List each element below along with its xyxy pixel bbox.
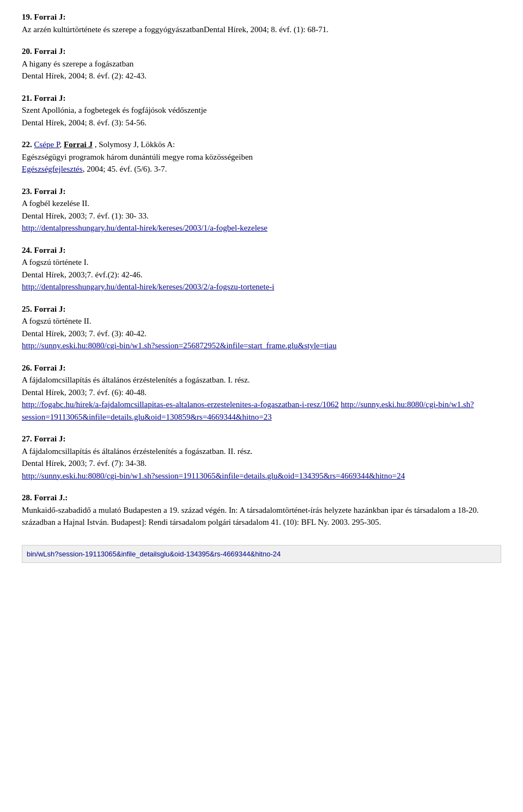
entry-22-comma: , <box>60 140 64 149</box>
entry-24-header: 24. Forrai J: <box>22 244 501 257</box>
entry-20-header: 20. Forrai J: <box>22 45 501 58</box>
entry-25-url[interactable]: http://sunny.eski.hu:8080/cgi-bin/w1.sh?… <box>22 341 337 350</box>
entry-19-label-text: Forrai J: <box>34 13 66 21</box>
entry-27-label-text: Forrai J: <box>34 434 66 443</box>
entry-21-number: 21. <box>22 94 32 102</box>
entry-25-text: A fogszú története II. <box>22 315 501 328</box>
entry-22-journal: Egészségfejlesztés, 2004; 45. évf. (5/6)… <box>22 163 501 175</box>
entry-23-url[interactable]: http://dentalpresshungary.hu/dental-hire… <box>22 223 267 232</box>
entry-22-title: Egészségügyi programok három dunántúli m… <box>22 151 501 163</box>
entry-26-url1[interactable]: http://fogabc.hu/hirek/a-fajdalomcsillap… <box>22 400 339 409</box>
entry-21-text: Szent Apollónia, a fogbetegek és fogfájó… <box>22 104 501 117</box>
entry-20-text2: Dental Hírek, 2004; 8. évf. (2): 42-43. <box>22 70 501 82</box>
entry-24-url[interactable]: http://dentalpresshungary.hu/dental-hire… <box>22 282 274 291</box>
entry-22-author-bold: Forrai J <box>64 140 93 149</box>
entry-24-number: 24. <box>22 246 32 254</box>
entry-24-label-text: Forrai J: <box>34 246 66 254</box>
entry-20-text: A higany és szerepe a fogászatban <box>22 58 501 70</box>
entry-22-header: 22. Csépe P, Forrai J , Solymosy J, Lökk… <box>22 138 501 151</box>
entry-26: 26. Forrai J: A fájdalomcsillapítás és á… <box>22 362 501 423</box>
entry-22-authors: Csépe P, Forrai J , Solymosy J, Lökkös A… <box>34 140 175 149</box>
entry-19-number: 19. <box>22 13 32 21</box>
entry-25-link[interactable]: http://sunny.eski.hu:8080/cgi-bin/w1.sh?… <box>22 340 501 352</box>
entry-27-number: 27. <box>22 434 32 443</box>
entry-22-rest-authors: , Solymosy J, Lökkös A: <box>93 140 175 149</box>
entry-22-number: 22. <box>22 140 32 149</box>
entry-28: 28. Forrai J.: Munkaidő-szabadidő a mula… <box>22 492 501 529</box>
entry-22-journal-rest: , 2004; 45. évf. (5/6). 3-7. <box>83 165 167 173</box>
entry-23: 23. Forrai J: A fogbél kezelése II. Dent… <box>22 185 501 234</box>
entry-23-label-text: Forrai J: <box>34 187 66 196</box>
entry-23-link[interactable]: http://dentalpresshungary.hu/dental-hire… <box>22 222 501 234</box>
entry-26-text: A fájdalomcsillapítás és általános érzés… <box>22 374 501 386</box>
entry-26-text2: Dental Hírek, 2003; 7. évf. (6): 40-48. <box>22 386 501 399</box>
entry-22: 22. Csépe P, Forrai J , Solymosy J, Lökk… <box>22 138 501 175</box>
entry-19-header: 19. Forrai J: <box>22 11 501 23</box>
entry-27-text2: Dental Hírek, 2003; 7. évf. (7): 34-38. <box>22 457 501 470</box>
entry-26-number: 26. <box>22 363 32 372</box>
entry-27-header: 27. Forrai J: <box>22 433 501 445</box>
entry-21: 21. Forrai J: Szent Apollónia, a fogbete… <box>22 92 501 129</box>
entry-22-journal-link[interactable]: Egészségfejlesztés <box>22 165 83 173</box>
entry-28-header: 28. Forrai J.: <box>22 492 501 504</box>
entry-20-number: 20. <box>22 47 32 56</box>
entry-20: 20. Forrai J: A higany és szerepe a fogá… <box>22 45 501 82</box>
entry-21-label-text: Forrai J: <box>34 94 66 102</box>
entry-24-text2: Dental Hírek, 2003;7. évf.(2): 42-46. <box>22 269 501 281</box>
entry-25-number: 25. <box>22 305 32 313</box>
entry-28-label-text: Forrai J.: <box>34 493 68 502</box>
entry-25: 25. Forrai J: A fogszú története II. Den… <box>22 303 501 352</box>
entry-24: 24. Forrai J: A fogszú története I. Dent… <box>22 244 501 293</box>
entry-23-text2: Dental Hírek, 2003; 7. évf. (1): 30- 33. <box>22 210 501 222</box>
entry-27-text: A fájdalomcsillapítás és általános érzés… <box>22 445 501 458</box>
entry-24-text: A fogszú története I. <box>22 256 501 269</box>
entry-24-link[interactable]: http://dentalpresshungary.hu/dental-hire… <box>22 281 501 293</box>
entry-22-author-link[interactable]: Csépe P <box>34 140 60 149</box>
entry-19-text: Az arzén kultúrtörténete és szerepe a fo… <box>22 23 501 36</box>
entry-27-link[interactable]: http://sunny.eski.hu:8080/cgi-bin/w1.sh?… <box>22 470 501 482</box>
entry-21-header: 21. Forrai J: <box>22 92 501 105</box>
entry-26-links: http://fogabc.hu/hirek/a-fajdalomcsillap… <box>22 398 501 423</box>
entry-27-url[interactable]: http://sunny.eski.hu:8080/cgi-bin/w1.sh?… <box>22 471 405 480</box>
entry-20-label-text: Forrai J: <box>34 47 66 56</box>
entry-26-label-text: Forrai J: <box>34 363 66 372</box>
entry-19: 19. Forrai J: Az arzén kultúrtörténete é… <box>22 11 501 35</box>
entry-26-header: 26. Forrai J: <box>22 362 501 374</box>
entry-28-number: 28. <box>22 493 32 502</box>
entry-23-header: 23. Forrai J: <box>22 185 501 198</box>
url-bar: bin/wLsh?session-19113065&infile_details… <box>22 545 501 563</box>
entry-23-number: 23. <box>22 187 32 196</box>
entry-25-label-text: Forrai J: <box>34 305 66 313</box>
entry-25-text2: Dental Hírek, 2003; 7. évf. (3): 40-42. <box>22 328 501 340</box>
entry-25-header: 25. Forrai J: <box>22 303 501 316</box>
entry-23-text: A fogbél kezelése II. <box>22 197 501 210</box>
entry-28-text: Munkaidő-szabadidő a mulató Budapesten a… <box>22 504 501 529</box>
entry-27: 27. Forrai J: A fájdalomcsillapítás és á… <box>22 433 501 482</box>
entry-21-text2: Dental Hírek, 2004; 8. évf. (3): 54-56. <box>22 117 501 129</box>
